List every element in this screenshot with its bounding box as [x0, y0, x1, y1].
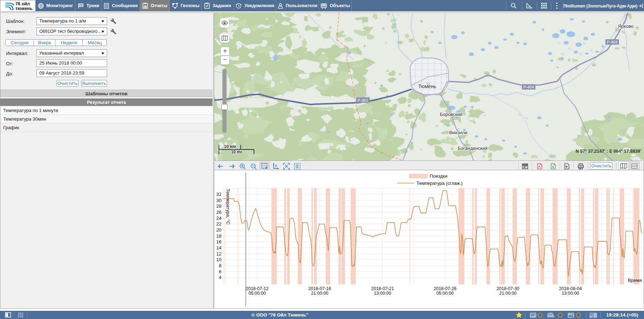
svg-text:Температура, °C: Температура, °C	[225, 189, 231, 225]
svg-text:Богандинский: Богандинский	[458, 146, 487, 151]
svg-text:24: 24	[216, 216, 221, 221]
svg-text:26: 26	[216, 209, 221, 215]
svg-text:16: 16	[216, 239, 221, 244]
svg-text:10: 10	[216, 257, 221, 262]
svg-text:Время: Время	[628, 278, 642, 283]
svg-text:12: 12	[216, 251, 221, 257]
svg-text:28: 28	[216, 203, 221, 209]
svg-text:2018-07-30: 2018-07-30	[496, 286, 519, 291]
svg-text:x: x	[275, 164, 277, 168]
svg-text:Поездки: Поездки	[430, 173, 448, 179]
svg-text:21:00:00: 21:00:00	[499, 291, 517, 296]
svg-text:30: 30	[216, 198, 221, 203]
svg-text:10 km: 10 km	[224, 144, 236, 149]
svg-text:Ярково: Ярково	[618, 24, 634, 29]
svg-text:x: x	[552, 165, 554, 169]
svg-text:A: A	[538, 165, 541, 168]
svg-text:05:00:00: 05:00:00	[436, 291, 454, 296]
svg-text:6: 6	[219, 269, 221, 274]
svg-text:32: 32	[216, 192, 221, 197]
svg-text:2018-07-26: 2018-07-26	[434, 286, 456, 291]
svg-text:2018-07-16: 2018-07-16	[308, 286, 331, 291]
svg-text:N 57° 37.2147' : E 064° 17.883: N 57° 37.2147' : E 064° 17.8839'	[576, 149, 641, 154]
svg-text:8: 8	[219, 263, 221, 268]
svg-text:05:00:00: 05:00:00	[249, 291, 266, 296]
svg-text:2018-08-04: 2018-08-04	[559, 286, 582, 291]
svg-text:14: 14	[216, 245, 221, 250]
svg-text:2018-07-12: 2018-07-12	[246, 286, 269, 291]
svg-text:18: 18	[216, 233, 221, 239]
svg-text:Р-404: Р-404	[607, 40, 617, 44]
svg-text:21:00:00: 21:00:00	[311, 291, 329, 296]
svg-text:20: 20	[216, 227, 221, 233]
svg-text:13:00:00: 13:00:00	[374, 291, 391, 296]
svg-text:22: 22	[216, 221, 221, 227]
svg-text:Р-404: Р-404	[523, 85, 534, 89]
svg-text:4: 4	[219, 275, 221, 280]
svg-text:Р-351: Р-351	[358, 98, 368, 102]
svg-text:2018-07-21: 2018-07-21	[371, 286, 394, 291]
svg-text:13:00:00: 13:00:00	[562, 291, 579, 296]
svg-text:Температура (сглаж.): Температура (сглаж.)	[416, 181, 463, 186]
svg-text:10 mi: 10 mi	[231, 150, 242, 155]
